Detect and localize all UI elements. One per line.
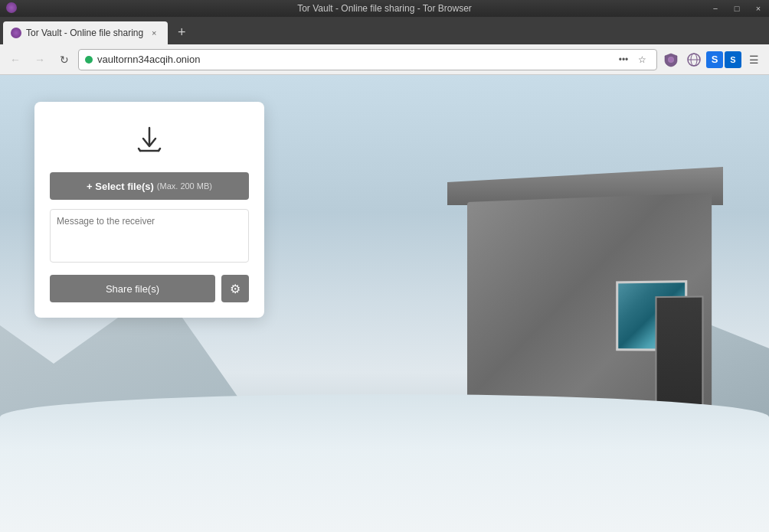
back-button[interactable]: ← — [5, 49, 26, 70]
refresh-button[interactable]: ↻ — [54, 49, 75, 70]
message-textarea[interactable] — [50, 209, 249, 263]
upload-icon — [133, 123, 166, 157]
settings-button[interactable]: ⚙ — [221, 275, 249, 302]
active-tab[interactable]: Tor Vault - Online file sharing × — [3, 21, 168, 44]
url-text: vaultornn34acqih.onion — [97, 54, 610, 65]
tor-browser-button[interactable] — [683, 49, 705, 70]
tab-bar: Tor Vault - Online file sharing × + — [0, 17, 769, 44]
address-actions: ••• ☆ — [615, 51, 650, 68]
more-options-button[interactable]: ••• — [615, 51, 632, 68]
svg-point-1 — [669, 57, 673, 61]
hamburger-menu-button[interactable]: ☰ — [743, 49, 764, 70]
secure-connection-icon — [85, 56, 93, 64]
share-files-button[interactable]: Share file(s) — [50, 275, 215, 302]
window-controls: − □ × — [705, 0, 769, 17]
skype-button[interactable]: S — [725, 51, 741, 68]
bottom-actions: Share file(s) ⚙ — [50, 275, 249, 302]
new-tab-button[interactable]: + — [171, 21, 192, 43]
shield-icon — [663, 52, 679, 67]
upload-icon-area — [50, 117, 249, 163]
bookmark-button[interactable]: ☆ — [633, 51, 650, 68]
nav-icon-group: S S ☰ — [660, 49, 764, 70]
snow-ground — [0, 394, 769, 532]
tor-browser-icon — [6, 2, 17, 13]
tab-label: Tor Vault - Online file sharing — [26, 28, 143, 38]
content-area: + Select file(s) (Max. 200 MB) Share fil… — [0, 75, 769, 532]
svg-line-7 — [139, 149, 140, 151]
nav-bar: ← → ↻ vaultornn34acqih.onion ••• ☆ S — [0, 44, 769, 75]
close-button[interactable]: × — [748, 0, 769, 17]
upload-card: + Select file(s) (Max. 200 MB) Share fil… — [34, 102, 264, 318]
svg-line-8 — [159, 149, 160, 151]
tor-icon — [686, 52, 702, 67]
select-files-label: + Select file(s) — [87, 181, 154, 192]
maximize-button[interactable]: □ — [726, 0, 748, 17]
select-files-button[interactable]: + Select file(s) (Max. 200 MB) — [50, 172, 249, 200]
tab-favicon — [11, 28, 21, 38]
window-title: Tor Vault - Online file sharing - Tor Br… — [297, 3, 472, 14]
select-files-sublabel: (Max. 200 MB) — [157, 181, 212, 191]
title-bar: Tor Vault - Online file sharing - Tor Br… — [0, 0, 769, 17]
address-bar[interactable]: vaultornn34acqih.onion ••• ☆ — [78, 49, 657, 70]
forward-button[interactable]: → — [29, 49, 51, 70]
tor-shield-button[interactable] — [660, 49, 682, 70]
tab-close-button[interactable]: × — [148, 27, 160, 39]
minimize-button[interactable]: − — [705, 0, 726, 17]
sync-button[interactable]: S — [706, 51, 723, 68]
